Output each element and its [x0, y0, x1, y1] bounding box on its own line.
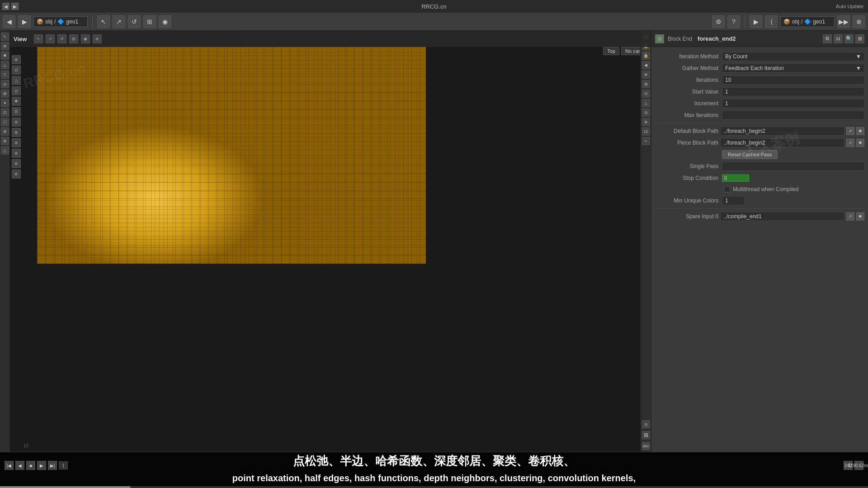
left-icon-9[interactable]: ⊕: [12, 149, 21, 158]
title-btn-back[interactable]: ◀: [2, 3, 9, 10]
vp-right-icon-2[interactable]: 🔒: [642, 52, 650, 60]
vp-right-icon-3[interactable]: ◀: [642, 61, 650, 69]
left-icon-8[interactable]: ⊕: [12, 138, 21, 147]
piece-block-path-value[interactable]: ../foreach_begin2: [720, 138, 844, 147]
title-bar: ◀ ▶ RRCG.cn Auto Update: [0, 0, 868, 13]
play-btn-end[interactable]: ▶|: [48, 461, 57, 470]
vp-right-icon-7[interactable]: △: [642, 99, 650, 107]
nav-path-right[interactable]: 📦 obj / 🔷 geo1: [780, 16, 835, 27]
toolbar-right-4[interactable]: ⟨: [765, 15, 778, 28]
start-value-value[interactable]: 1: [722, 87, 864, 96]
spare-input-0-value[interactable]: ../compile_end1: [720, 212, 844, 221]
stop-condition-value[interactable]: 0: [722, 174, 749, 182]
sidebar-icon-7[interactable]: ✦: [1, 99, 9, 107]
playback-bar[interactable]: [0, 486, 868, 488]
vp-right-icon-11[interactable]: ≈: [642, 137, 650, 145]
left-icon-10[interactable]: ⊕: [12, 159, 21, 168]
left-icon-11[interactable]: ⊕: [12, 169, 21, 178]
vp-right-icon-9[interactable]: ⊕: [642, 118, 650, 126]
min-unique-colors-value[interactable]: 1: [722, 196, 745, 205]
left-icon-3[interactable]: ◎: [12, 86, 21, 95]
title-btn-forward[interactable]: ▶: [11, 3, 19, 10]
default-block-path-value[interactable]: ../foreach_begin2: [720, 127, 844, 136]
left-icon-6[interactable]: ⊕: [12, 117, 21, 127]
bottom-right-icons: 240 3290.62ms: [844, 461, 863, 470]
play-btn-stop[interactable]: ■: [26, 461, 35, 470]
vp-right-icon-img[interactable]: 🖼: [642, 431, 650, 439]
header-settings-btn[interactable]: ⚙: [823, 34, 832, 43]
viewport-right-icons: 🔒 🔒 🔒 ◀ ⊕ ⊞ ⊡ △ ◎ ⊕ 12 ≈ abc 🖼 ◎: [640, 31, 651, 452]
toolbar-view-move[interactable]: ↗: [113, 15, 125, 28]
vp-icon-0[interactable]: ↖: [34, 34, 43, 43]
sidebar-icon-2[interactable]: ✱: [1, 52, 9, 60]
left-icon-1[interactable]: ⊡: [12, 66, 21, 75]
left-icon-0[interactable]: ⊕: [12, 55, 21, 64]
header-collapse-btn[interactable]: ⊞: [855, 34, 864, 43]
play-btn-start[interactable]: |◀: [5, 461, 14, 470]
sidebar-icon-8[interactable]: ⊡: [1, 108, 9, 117]
toolbar-right-3[interactable]: ▶: [750, 15, 762, 28]
sidebar-icon-12[interactable]: △: [1, 146, 9, 155]
vp-icon-1[interactable]: ↗: [46, 34, 55, 43]
vp-right-icon-bottom[interactable]: abc: [642, 442, 650, 450]
sidebar-icon-1[interactable]: ⊕: [1, 42, 9, 50]
vp-right-icon-8[interactable]: ◎: [642, 108, 650, 117]
nav-separator-r: /: [801, 19, 802, 25]
toolbar-view-rotate[interactable]: ↺: [128, 15, 141, 28]
left-icon-2[interactable]: △: [12, 76, 21, 85]
vp-icon-2[interactable]: ↺: [57, 34, 66, 43]
piece-block-path-btn1[interactable]: ↗: [846, 139, 854, 147]
vp-right-icon-4[interactable]: ⊕: [642, 70, 650, 79]
reset-cached-pass-button[interactable]: Reset Cached Pass: [722, 150, 778, 159]
toolbar-view-scale[interactable]: ⊞: [143, 15, 156, 28]
start-value-label: Start Value: [655, 89, 718, 95]
left-icon-5[interactable]: ☰: [12, 107, 21, 116]
top-view-btn[interactable]: Top: [603, 47, 619, 55]
toolbar-right-5[interactable]: ▶▶: [837, 15, 850, 28]
gather-method-row: Gather Method Feedback Each Iteration ▼: [651, 62, 868, 74]
default-block-path-btn1[interactable]: ↗: [846, 127, 854, 135]
sidebar-icon-0[interactable]: ↖: [1, 33, 9, 41]
vp-right-icon-6[interactable]: ⊡: [642, 89, 650, 98]
title-left-controls[interactable]: ◀ ▶: [2, 3, 19, 10]
vp-icon-3[interactable]: ⊞: [69, 34, 78, 43]
toolbar-back[interactable]: ◀: [3, 15, 15, 28]
toolbar-right-2[interactable]: ?: [727, 15, 740, 28]
vp-right-icon-search[interactable]: ◎: [642, 420, 650, 428]
gather-method-value[interactable]: Feedback Each Iteration ▼: [722, 64, 864, 73]
iterations-value[interactable]: 10: [722, 75, 864, 84]
multithread-checkbox[interactable]: [724, 186, 730, 192]
toolbar-right-1[interactable]: ⚙: [712, 15, 725, 28]
max-iterations-value[interactable]: [722, 111, 864, 120]
sidebar-icon-5[interactable]: ◎: [1, 80, 9, 88]
vp-right-icon-5[interactable]: ⊞: [642, 80, 650, 88]
spare-input-0-btn2[interactable]: ✱: [856, 212, 864, 221]
sidebar-icon-3[interactable]: △: [1, 61, 9, 69]
sidebar-icon-4[interactable]: ▽: [1, 70, 9, 79]
sidebar-icon-6[interactable]: ⊞: [1, 89, 9, 98]
play-btn-play[interactable]: ▶: [37, 461, 46, 470]
piece-block-path-btn2[interactable]: ✱: [856, 139, 864, 147]
vp-right-icon-10[interactable]: 12: [642, 127, 650, 136]
single-pass-row: Single Pass: [651, 160, 868, 172]
toolbar-view-snap[interactable]: ◉: [159, 15, 171, 28]
toolbar-view-select[interactable]: ↖: [97, 15, 110, 28]
left-icon-7[interactable]: ⊕: [12, 128, 21, 137]
sidebar-icon-9[interactable]: ⬡: [1, 118, 9, 126]
vp-icon-5[interactable]: ⊕: [93, 34, 102, 43]
iteration-method-value[interactable]: By Count ▼: [722, 52, 864, 61]
spare-input-0-btn1[interactable]: ↗: [846, 212, 854, 221]
sidebar-icon-10[interactable]: ⊕: [1, 127, 9, 136]
select-arrow: ▼: [856, 53, 861, 60]
play-btn-back[interactable]: ◀: [15, 461, 24, 470]
toolbar-forward[interactable]: ▶: [18, 15, 31, 28]
default-block-path-btn2[interactable]: ✱: [856, 127, 864, 135]
toolbar-right-6[interactable]: ⊕: [853, 15, 865, 28]
header-search-btn[interactable]: 🔍: [844, 34, 854, 43]
sidebar-icon-11[interactable]: ⊕: [1, 137, 9, 145]
left-icon-4[interactable]: ✱: [12, 97, 21, 106]
header-help-btn[interactable]: H: [834, 34, 843, 43]
nav-path-left[interactable]: 📦 obj / 🔷 geo1: [33, 16, 88, 27]
increment-value[interactable]: 1: [722, 99, 864, 108]
vp-icon-4[interactable]: ◉: [81, 34, 90, 43]
